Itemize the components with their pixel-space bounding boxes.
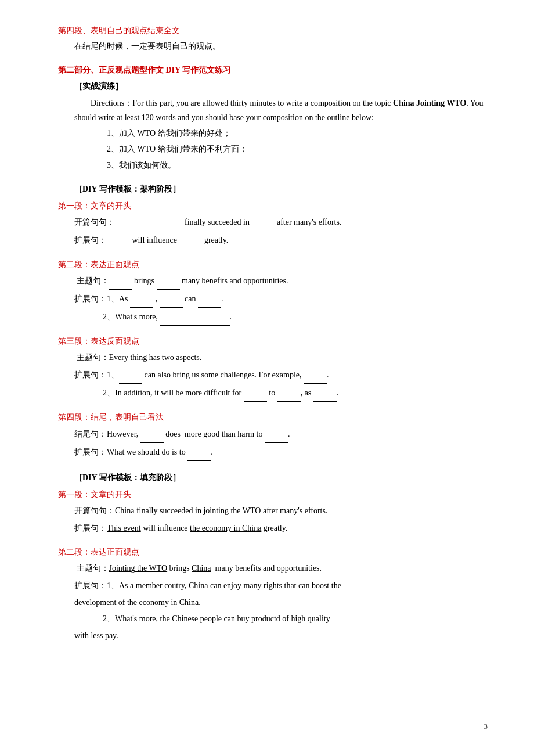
directions-block: Directions：For this part, you are allowe… [58, 96, 488, 172]
list-item-3: 3、我们该如何做。 [74, 158, 488, 172]
fill-this-event: This event [107, 524, 141, 532]
fill-para1-line2: 扩展句：This event will influence the econom… [58, 520, 488, 537]
template-para2-line3: 2、What's more, . [58, 309, 488, 326]
template-para4: 第四段：结尾，表明自己看法 结尾句：However, does more goo… [58, 410, 488, 460]
section-diy-structure: ［DIY 写作模板：架构阶段］ 第一段：文章的开头 开篇句句： finally … [58, 182, 488, 461]
fill-china2: China [192, 564, 211, 573]
fill-less-pay: with less pay [74, 631, 116, 640]
template-para1-line1: 开篇句句： finally succeeded in after many's … [58, 214, 488, 231]
fill-para2-line2: 扩展句：1、As a member coutry, China can enjo… [58, 578, 488, 594]
template-para3-line1: 主题句：Every thing has two aspects. [58, 350, 488, 366]
template-para2-heading: 第二段：表达正面观点 [58, 257, 488, 272]
list-item-2: 2、加入 WTO 给我们带来的不利方面； [74, 142, 488, 156]
template-para4-line2: 扩展句：What we should do is to . [58, 444, 488, 461]
template-para1-line2: 扩展句： will influence greatly. [58, 232, 488, 249]
fill-jointing-wto: jointing the WTO [203, 506, 261, 515]
section-shizhan-heading: ［实战演练］ [58, 79, 488, 93]
fill-para1: 第一段：文章的开头 开篇句句：China finally succeeded i… [58, 487, 488, 537]
template-para3-line2: 扩展句：1、 can also bring us some challenges… [58, 367, 488, 384]
section-part2-heading: 第二部分、正反观点题型作文 DIY 写作范文练习 [58, 63, 488, 77]
diy-fill-heading: ［DIY 写作模板：填充阶段］ [58, 470, 488, 485]
section-part2: 第二部分、正反观点题型作文 DIY 写作范文练习 ［实战演练］ Directio… [58, 63, 488, 172]
topic-bold: China Jointing WTO [393, 99, 466, 107]
template-para2-line1: 主题句： brings many benefits and opportunit… [58, 273, 488, 290]
page-container: 第四段、表明自己的观点结束全文 在结尾的时候，一定要表明自己的观点。 第二部分、… [58, 23, 488, 643]
section-diy-fill: ［DIY 写作模板：填充阶段］ 第一段：文章的开头 开篇句句：China fin… [58, 470, 488, 643]
fill-china3: China [189, 581, 208, 590]
section-fourth-para-heading: 第四段、表明自己的观点结束全文 [58, 23, 488, 38]
fill-para2-continuation: development of the economy in China. [58, 595, 488, 610]
template-para4-line1: 结尾句：However, does more good than harm to… [58, 426, 488, 443]
template-para1-heading: 第一段：文章的开头 [58, 199, 488, 213]
directions-label: Directions： [91, 99, 132, 107]
directions-text: Directions：For this part, you are allowe… [74, 96, 488, 125]
template-para1: 第一段：文章的开头 开篇句句： finally succeeded in aft… [58, 199, 488, 249]
template-para2-line2: 扩展句：1、As , can . [58, 291, 488, 308]
template-para3-line3: 2、In addition, it will be more difficult… [58, 385, 488, 402]
fill-china: China [115, 506, 134, 515]
fill-para2-continuation2: with less pay. [58, 628, 488, 643]
fill-para2: 第二段：表达正面观点 主题句：Jointing the WTO brings C… [58, 545, 488, 643]
fill-para2-line1: 主题句：Jointing the WTO brings China many b… [58, 560, 488, 577]
fill-economy-china: the economy in China [190, 524, 261, 532]
fill-chinese-people: the Chinese people can buy productd of h… [160, 614, 330, 623]
fill-para1-heading: 第一段：文章的开头 [58, 487, 488, 502]
section-fourth-para: 第四段、表明自己的观点结束全文 在结尾的时候，一定要表明自己的观点。 [58, 23, 488, 53]
fill-member-country: a member coutry [130, 581, 185, 590]
fill-para2-heading: 第二段：表达正面观点 [58, 545, 488, 559]
fill-enjoy-rights: enjoy many rights that can boost the [223, 581, 341, 590]
fill-development: development of the economy in China. [74, 598, 201, 607]
template-para3: 第三段：表达反面观点 主题句：Every thing has two aspec… [58, 334, 488, 402]
template-para3-heading: 第三段：表达反面观点 [58, 334, 488, 348]
template-para2: 第二段：表达正面观点 主题句： brings many benefits and… [58, 257, 488, 326]
fill-para2-line3: 2、What's more, the Chinese people can bu… [58, 611, 488, 627]
section-fourth-para-content: 在结尾的时候，一定要表明自己的观点。 [58, 39, 488, 53]
diy-structure-heading: ［DIY 写作模板：架构阶段］ [58, 182, 488, 196]
fill-jointing-wto2: Jointing the WTO [109, 564, 168, 573]
page-number: 3 [484, 719, 488, 733]
fill-para1-line1: 开篇句句：China finally succeeded in jointing… [58, 503, 488, 519]
list-item-1: 1、加入 WTO 给我们带来的好处； [74, 126, 488, 141]
template-para4-heading: 第四段：结尾，表明自己看法 [58, 410, 488, 424]
